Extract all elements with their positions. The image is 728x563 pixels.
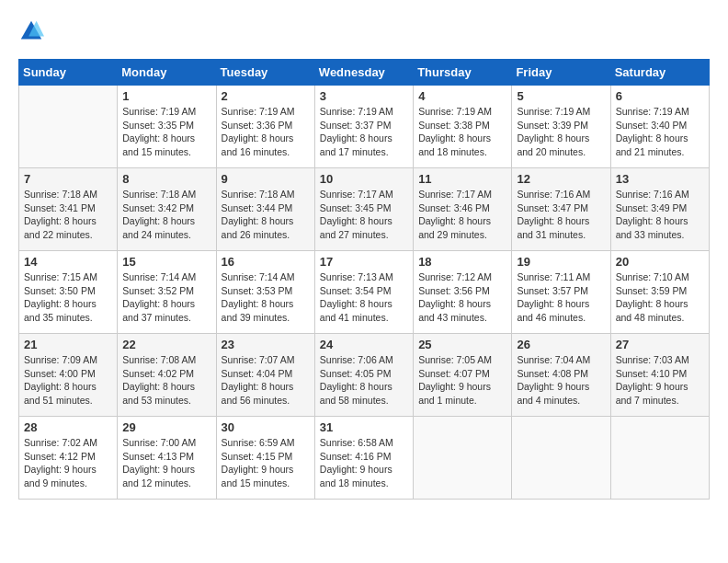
calendar-cell: 29Sunrise: 7:00 AMSunset: 4:13 PMDayligh… [118, 417, 216, 500]
logo [18, 18, 48, 44]
calendar-cell: 8Sunrise: 7:18 AMSunset: 3:42 PMDaylight… [118, 168, 216, 251]
day-number: 22 [122, 338, 210, 351]
day-number: 12 [517, 172, 605, 186]
day-number: 24 [320, 338, 408, 351]
calendar-table: SundayMondayTuesdayWednesdayThursdayFrid… [18, 59, 710, 500]
day-info: Sunrise: 7:10 AMSunset: 3:59 PMDaylight:… [616, 270, 704, 325]
calendar-cell: 26Sunrise: 7:04 AMSunset: 4:08 PMDayligh… [512, 334, 610, 417]
day-number: 26 [517, 338, 605, 351]
day-number: 20 [616, 255, 704, 269]
calendar-cell: 31Sunrise: 6:58 AMSunset: 4:16 PMDayligh… [314, 417, 413, 500]
calendar-cell [414, 417, 512, 500]
day-number: 10 [320, 172, 408, 186]
day-number: 4 [418, 89, 506, 103]
day-info: Sunrise: 6:59 AMSunset: 4:15 PMDaylight:… [222, 436, 310, 490]
day-info: Sunrise: 7:06 AMSunset: 4:05 PMDaylight:… [320, 353, 408, 408]
day-number: 9 [222, 172, 310, 186]
day-info: Sunrise: 7:17 AMSunset: 3:45 PMDaylight:… [320, 188, 408, 242]
day-number: 13 [616, 172, 704, 186]
day-info: Sunrise: 7:19 AMSunset: 3:36 PMDaylight:… [222, 105, 310, 159]
day-number: 19 [517, 255, 605, 269]
calendar-cell: 13Sunrise: 7:16 AMSunset: 3:49 PMDayligh… [610, 168, 709, 251]
calendar-cell: 21Sunrise: 7:09 AMSunset: 4:00 PMDayligh… [19, 334, 118, 417]
day-info: Sunrise: 7:05 AMSunset: 4:07 PMDaylight:… [418, 353, 506, 408]
day-number: 30 [222, 420, 310, 434]
day-info: Sunrise: 7:13 AMSunset: 3:54 PMDaylight:… [320, 270, 408, 325]
calendar-cell: 3Sunrise: 7:19 AMSunset: 3:37 PMDaylight… [314, 86, 413, 168]
day-number: 27 [616, 338, 704, 351]
day-info: Sunrise: 7:08 AMSunset: 4:02 PMDaylight:… [122, 353, 210, 408]
calendar-cell: 5Sunrise: 7:19 AMSunset: 3:39 PMDaylight… [512, 86, 610, 168]
calendar-week-row: 1Sunrise: 7:19 AMSunset: 3:35 PMDaylight… [19, 86, 710, 168]
calendar-cell: 20Sunrise: 7:10 AMSunset: 3:59 PMDayligh… [610, 251, 709, 334]
day-info: Sunrise: 7:18 AMSunset: 3:42 PMDaylight:… [122, 188, 210, 242]
calendar-cell: 4Sunrise: 7:19 AMSunset: 3:38 PMDaylight… [414, 86, 512, 168]
calendar-cell: 19Sunrise: 7:11 AMSunset: 3:57 PMDayligh… [512, 251, 610, 334]
calendar-cell: 2Sunrise: 7:19 AMSunset: 3:36 PMDaylight… [216, 86, 314, 168]
day-number: 2 [222, 89, 310, 103]
calendar-cell: 15Sunrise: 7:14 AMSunset: 3:52 PMDayligh… [118, 251, 216, 334]
calendar-cell: 30Sunrise: 6:59 AMSunset: 4:15 PMDayligh… [216, 417, 314, 500]
calendar-cell: 12Sunrise: 7:16 AMSunset: 3:47 PMDayligh… [512, 168, 610, 251]
day-info: Sunrise: 7:19 AMSunset: 3:39 PMDaylight:… [517, 105, 605, 159]
calendar-cell: 27Sunrise: 7:03 AMSunset: 4:10 PMDayligh… [610, 334, 709, 417]
day-info: Sunrise: 7:16 AMSunset: 3:49 PMDaylight:… [616, 188, 704, 242]
day-info: Sunrise: 7:12 AMSunset: 3:56 PMDaylight:… [418, 270, 506, 325]
logo-icon [18, 18, 44, 44]
day-number: 15 [122, 255, 210, 269]
calendar-cell: 14Sunrise: 7:15 AMSunset: 3:50 PMDayligh… [19, 251, 118, 334]
calendar-cell: 9Sunrise: 7:18 AMSunset: 3:44 PMDaylight… [216, 168, 314, 251]
day-header-saturday: Saturday [610, 60, 709, 86]
day-number: 11 [418, 172, 506, 186]
day-info: Sunrise: 7:19 AMSunset: 3:40 PMDaylight:… [616, 105, 704, 159]
calendar-cell: 17Sunrise: 7:13 AMSunset: 3:54 PMDayligh… [314, 251, 413, 334]
day-info: Sunrise: 7:07 AMSunset: 4:04 PMDaylight:… [222, 353, 310, 408]
day-number: 1 [122, 89, 210, 103]
day-number: 7 [24, 172, 112, 186]
day-info: Sunrise: 7:00 AMSunset: 4:13 PMDaylight:… [122, 436, 210, 490]
calendar-cell: 22Sunrise: 7:08 AMSunset: 4:02 PMDayligh… [118, 334, 216, 417]
day-number: 14 [24, 255, 112, 269]
day-info: Sunrise: 7:17 AMSunset: 3:46 PMDaylight:… [418, 188, 506, 242]
day-number: 28 [24, 420, 112, 434]
day-info: Sunrise: 7:18 AMSunset: 3:41 PMDaylight:… [24, 188, 112, 242]
day-number: 3 [320, 89, 408, 103]
day-number: 23 [222, 338, 310, 351]
day-header-sunday: Sunday [19, 60, 118, 86]
calendar-cell [610, 417, 709, 500]
day-info: Sunrise: 7:15 AMSunset: 3:50 PMDaylight:… [24, 270, 112, 325]
calendar-week-row: 21Sunrise: 7:09 AMSunset: 4:00 PMDayligh… [19, 334, 710, 417]
calendar-header-row: SundayMondayTuesdayWednesdayThursdayFrid… [19, 60, 710, 86]
page-header [18, 18, 710, 44]
day-info: Sunrise: 7:19 AMSunset: 3:38 PMDaylight:… [418, 105, 506, 159]
day-info: Sunrise: 7:04 AMSunset: 4:08 PMDaylight:… [517, 353, 605, 408]
day-number: 25 [418, 338, 506, 351]
day-info: Sunrise: 6:58 AMSunset: 4:16 PMDaylight:… [320, 436, 408, 490]
calendar-cell [512, 417, 610, 500]
calendar-cell: 10Sunrise: 7:17 AMSunset: 3:45 PMDayligh… [314, 168, 413, 251]
day-info: Sunrise: 7:03 AMSunset: 4:10 PMDaylight:… [616, 353, 704, 408]
day-info: Sunrise: 7:02 AMSunset: 4:12 PMDaylight:… [24, 436, 112, 490]
calendar-cell: 18Sunrise: 7:12 AMSunset: 3:56 PMDayligh… [414, 251, 512, 334]
day-number: 8 [122, 172, 210, 186]
day-info: Sunrise: 7:09 AMSunset: 4:00 PMDaylight:… [24, 353, 112, 408]
day-number: 18 [418, 255, 506, 269]
calendar-cell: 24Sunrise: 7:06 AMSunset: 4:05 PMDayligh… [314, 334, 413, 417]
day-header-monday: Monday [118, 60, 216, 86]
calendar-cell: 23Sunrise: 7:07 AMSunset: 4:04 PMDayligh… [216, 334, 314, 417]
calendar-week-row: 28Sunrise: 7:02 AMSunset: 4:12 PMDayligh… [19, 417, 710, 500]
day-number: 17 [320, 255, 408, 269]
day-header-friday: Friday [512, 60, 610, 86]
day-number: 21 [24, 338, 112, 351]
calendar-cell: 16Sunrise: 7:14 AMSunset: 3:53 PMDayligh… [216, 251, 314, 334]
calendar-week-row: 14Sunrise: 7:15 AMSunset: 3:50 PMDayligh… [19, 251, 710, 334]
day-header-wednesday: Wednesday [314, 60, 413, 86]
calendar-cell: 6Sunrise: 7:19 AMSunset: 3:40 PMDaylight… [610, 86, 709, 168]
day-info: Sunrise: 7:19 AMSunset: 3:37 PMDaylight:… [320, 105, 408, 159]
day-header-tuesday: Tuesday [216, 60, 314, 86]
calendar-cell: 28Sunrise: 7:02 AMSunset: 4:12 PMDayligh… [19, 417, 118, 500]
calendar-cell: 11Sunrise: 7:17 AMSunset: 3:46 PMDayligh… [414, 168, 512, 251]
day-number: 5 [517, 89, 605, 103]
calendar-week-row: 7Sunrise: 7:18 AMSunset: 3:41 PMDaylight… [19, 168, 710, 251]
day-number: 6 [616, 89, 704, 103]
